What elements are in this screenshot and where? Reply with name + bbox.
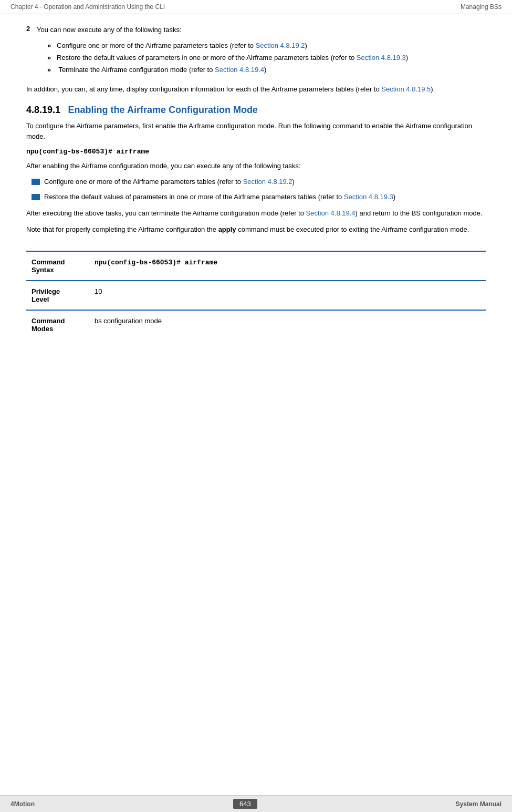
label-privilege-level: PrivilegeLevel bbox=[26, 281, 89, 310]
command-syntax-value: npu(config-bs-66053)# airframe bbox=[95, 259, 217, 266]
link-4-8-19-3-1[interactable]: Section 4.8.19.3 bbox=[357, 54, 406, 61]
value-command-syntax: npu(config-bs-66053)# airframe bbox=[89, 251, 486, 281]
after-cmd-para: After enabling the Airframe configuratio… bbox=[26, 161, 486, 171]
command-modes-value: bs configuration mode bbox=[95, 317, 162, 325]
link-4-8-19-4-2[interactable]: Section 4.8.19.4 bbox=[306, 209, 356, 217]
bullet-arrow-1: » bbox=[47, 42, 57, 49]
sq-bullet-2-text: Restore the default values of parameters… bbox=[44, 193, 395, 201]
sq-bullet-list: Configure one or more of the Airframe pa… bbox=[32, 178, 486, 201]
footer-left: 4Motion bbox=[11, 800, 35, 808]
bullet-arrow-2: » bbox=[47, 54, 57, 61]
bullet-arrow-3: » bbox=[47, 66, 57, 74]
apply-before: Note that for properly completing the Ai… bbox=[26, 225, 218, 233]
section-intro-para: To configure the Airframe parameters, fi… bbox=[26, 121, 486, 141]
table-row-modes: CommandModes bs configuration mode bbox=[26, 310, 486, 339]
footer-right: System Manual bbox=[456, 800, 501, 808]
numbered-item-2: 2 You can now execute any of the followi… bbox=[26, 25, 486, 78]
bullet-list-1: » Configure one or more of the Airframe … bbox=[47, 42, 486, 74]
page-header: Chapter 4 - Operation and Administration… bbox=[0, 0, 512, 14]
apply-after: command must be executed prior to exitin… bbox=[236, 225, 469, 233]
link-4-8-19-4-1[interactable]: Section 4.8.19.4 bbox=[215, 66, 264, 74]
section-number: 4.8.19.1 bbox=[26, 105, 60, 115]
value-privilege-level: 10 bbox=[89, 281, 486, 310]
after-tasks-after: ) and return to the BS configuration mod… bbox=[356, 209, 483, 217]
sq-bullet-1-text: Configure one or more of the Airframe pa… bbox=[44, 178, 295, 186]
footer-page-number: 643 bbox=[233, 799, 257, 809]
sq-bullet-item-2: Restore the default values of parameters… bbox=[32, 193, 486, 201]
item-content: You can now execute any of the following… bbox=[37, 25, 486, 78]
para1-after: ). bbox=[431, 85, 435, 93]
header-section: Managing BSs bbox=[461, 3, 501, 11]
page-footer: 4Motion 643 System Manual bbox=[0, 795, 512, 812]
para1-before: In addition, you can, at any time, displ… bbox=[26, 85, 381, 93]
after-tasks-before: After executing the above tasks, you can… bbox=[26, 209, 306, 217]
item-number: 2 bbox=[26, 25, 37, 78]
after-tasks-para1: After executing the above tasks, you can… bbox=[26, 208, 486, 219]
section-number-space bbox=[62, 107, 66, 115]
link-4-8-19-3-2[interactable]: Section 4.8.19.3 bbox=[344, 193, 393, 201]
para-section-5: In addition, you can, at any time, displ… bbox=[26, 84, 486, 95]
value-command-modes: bs configuration mode bbox=[89, 310, 486, 339]
bullet-2-text: Restore the default values of parameters… bbox=[57, 54, 408, 61]
privilege-level-value: 10 bbox=[95, 287, 102, 295]
link-4-8-19-5[interactable]: Section 4.8.19.5 bbox=[381, 85, 431, 93]
link-4-8-19-2-2[interactable]: Section 4.8.19.2 bbox=[243, 178, 292, 186]
table-row-syntax: CommandSyntax npu(config-bs-66053)# airf… bbox=[26, 251, 486, 281]
label-command-modes: CommandModes bbox=[26, 310, 89, 339]
bullet-1-text: Configure one or more of the Airframe pa… bbox=[57, 42, 307, 49]
bullet-item-3: » Terminate the Airframe configuration m… bbox=[47, 66, 486, 74]
header-chapter: Chapter 4 - Operation and Administration… bbox=[11, 3, 165, 11]
bullet-3-text: Terminate the Airframe configuration mod… bbox=[57, 66, 266, 74]
apply-para: Note that for properly completing the Ai… bbox=[26, 224, 486, 235]
section-title: Enabling the Airframe Configuration Mode bbox=[68, 105, 258, 115]
section-heading: 4.8.19.1 Enabling the Airframe Configura… bbox=[26, 105, 486, 116]
label-command-syntax: CommandSyntax bbox=[26, 251, 89, 281]
command-table: CommandSyntax npu(config-bs-66053)# airf… bbox=[26, 251, 486, 339]
table-row-privilege: PrivilegeLevel 10 bbox=[26, 281, 486, 310]
main-content: 2 You can now execute any of the followi… bbox=[0, 14, 512, 381]
command-code-1: npu(config-bs-66053)# airframe bbox=[26, 148, 486, 156]
sq-bullet-item-1: Configure one or more of the Airframe pa… bbox=[32, 178, 486, 186]
bullet-item-1: » Configure one or more of the Airframe … bbox=[47, 42, 486, 49]
apply-word: apply bbox=[218, 225, 236, 233]
sq-bullet-icon-1 bbox=[32, 179, 40, 185]
item2-intro: You can now execute any of the following… bbox=[37, 25, 486, 35]
link-4-8-19-2-1[interactable]: Section 4.8.19.2 bbox=[256, 42, 305, 49]
sq-bullet-icon-2 bbox=[32, 194, 40, 200]
bullet-item-2: » Restore the default values of paramete… bbox=[47, 54, 486, 61]
